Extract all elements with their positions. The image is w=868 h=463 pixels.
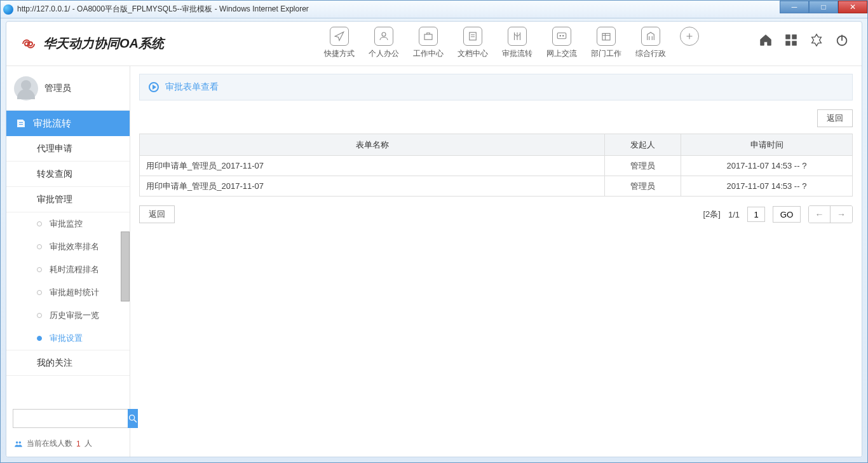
sidebar-item-follow[interactable]: 我的关注 bbox=[6, 350, 130, 376]
browser-titlebar: http://127.0.0.1/ - OA8000平台版_FPLMYSQL5-… bbox=[1, 1, 867, 18]
logo-text: 华天动力协同OA系统 bbox=[43, 35, 164, 52]
bullet-icon bbox=[37, 221, 42, 226]
search-button[interactable] bbox=[128, 409, 138, 428]
th-initiator: 发起人 bbox=[605, 134, 681, 156]
nav-dept-icon bbox=[597, 27, 616, 46]
sidebar-sub-5[interactable]: 审批设置 bbox=[6, 327, 130, 350]
form-table: 表单名称 发起人 申请时间 用印申请单_管理员_2017-11-07管理员201… bbox=[139, 134, 853, 197]
svg-point-24 bbox=[19, 441, 21, 443]
svg-rect-16 bbox=[792, 35, 796, 39]
bullet-icon bbox=[37, 290, 42, 295]
sidebar: 管理员 审批流转 代理申请转发查阅审批管理 审批监控审批效率排名耗时流程排名审批… bbox=[6, 66, 130, 457]
pager-next-button[interactable]: → bbox=[831, 206, 852, 223]
app-header: 华天动力协同OA系统 快捷方式个人办公工作中心文档中心审批流转网上交流部门工作综… bbox=[6, 22, 862, 66]
nav-docs-icon bbox=[463, 27, 482, 46]
sidebar-sub-1[interactable]: 审批效率排名 bbox=[6, 235, 130, 258]
logo: 华天动力协同OA系统 bbox=[19, 35, 164, 52]
table-row[interactable]: 用印申请单_管理员_2017-11-07管理员2017-11-07 14:53 … bbox=[140, 176, 853, 197]
user-name: 管理员 bbox=[44, 83, 71, 94]
sidebar-section-approval[interactable]: 审批流转 bbox=[6, 111, 130, 136]
window-maximize[interactable]: □ bbox=[809, 1, 838, 13]
nav-admin-icon bbox=[641, 27, 660, 46]
avatar bbox=[14, 76, 38, 100]
nav-docs[interactable]: 文档中心 bbox=[458, 27, 488, 59]
svg-rect-8 bbox=[602, 34, 610, 41]
svg-point-0 bbox=[382, 32, 386, 36]
back-button-bottom[interactable]: 返回 bbox=[139, 205, 175, 223]
home-icon[interactable] bbox=[759, 33, 773, 47]
table-row[interactable]: 用印申请单_管理员_2017-11-07管理员2017-11-07 14:53 … bbox=[140, 156, 853, 176]
svg-point-23 bbox=[16, 441, 18, 443]
back-button-top[interactable]: 返回 bbox=[817, 109, 853, 127]
pager-go-button[interactable]: GO bbox=[773, 206, 801, 223]
svg-rect-17 bbox=[786, 41, 790, 45]
user-block: 管理员 bbox=[6, 66, 130, 111]
sidebar-section-label: 审批流转 bbox=[33, 118, 71, 130]
svg-rect-15 bbox=[786, 35, 790, 39]
pager-pages: 1/1 bbox=[728, 210, 740, 219]
nav-personal[interactable]: 个人办公 bbox=[369, 27, 399, 59]
window-close[interactable]: ✕ bbox=[838, 1, 867, 13]
nav-admin[interactable]: 综合行政 bbox=[635, 27, 666, 59]
th-apply-time: 申请时间 bbox=[681, 134, 853, 156]
plus-icon bbox=[680, 27, 699, 46]
svg-point-21 bbox=[130, 415, 135, 420]
sidebar-item-2[interactable]: 审批管理 bbox=[6, 187, 130, 212]
window-title: http://127.0.0.1/ - OA8000平台版_FPLMYSQL5-… bbox=[17, 4, 309, 15]
window-minimize[interactable]: ─ bbox=[780, 1, 809, 13]
sidebar-item-0[interactable]: 代理申请 bbox=[6, 136, 130, 162]
nav-approval-icon bbox=[508, 27, 527, 46]
power-icon[interactable] bbox=[835, 33, 849, 47]
nav-approval[interactable]: 审批流转 bbox=[502, 27, 532, 59]
bullet-icon bbox=[37, 267, 42, 272]
nav-dept[interactable]: 部门工作 bbox=[591, 27, 621, 59]
theme-icon[interactable] bbox=[810, 33, 824, 47]
nav-add[interactable] bbox=[680, 27, 699, 59]
svg-point-7 bbox=[563, 36, 564, 37]
apps-icon[interactable] bbox=[784, 33, 798, 47]
main-content: 审批表单查看 返回 表单名称 发起人 申请时间 用印申请单_管理员_2017-1… bbox=[130, 66, 862, 457]
search-input[interactable] bbox=[13, 409, 128, 428]
nav-work[interactable]: 工作中心 bbox=[413, 27, 444, 59]
nav-chat[interactable]: 网上交流 bbox=[546, 27, 577, 59]
svg-line-22 bbox=[134, 420, 137, 422]
sidebar-sub-0[interactable]: 审批监控 bbox=[6, 212, 130, 235]
nav-shortcut[interactable]: 快捷方式 bbox=[324, 27, 355, 59]
nav-personal-icon bbox=[374, 27, 393, 46]
nav-work-icon bbox=[419, 27, 438, 46]
svg-rect-18 bbox=[792, 41, 796, 45]
ie-icon bbox=[3, 4, 13, 15]
sidebar-item-1[interactable]: 转发查阅 bbox=[6, 162, 130, 187]
sidebar-sub-4[interactable]: 历史审批一览 bbox=[6, 304, 130, 327]
bullet-icon bbox=[37, 313, 42, 318]
pager: [2条] 1/1 GO ← → bbox=[703, 205, 853, 223]
pager-prev-button[interactable]: ← bbox=[809, 206, 831, 223]
svg-rect-1 bbox=[424, 34, 432, 39]
nav-chat-icon bbox=[552, 27, 571, 46]
svg-rect-2 bbox=[470, 32, 477, 40]
svg-point-6 bbox=[560, 36, 561, 37]
sidebar-sub-2[interactable]: 耗时流程排名 bbox=[6, 258, 130, 281]
pager-total: [2条] bbox=[703, 209, 720, 220]
svg-rect-5 bbox=[557, 33, 566, 39]
th-form-name: 表单名称 bbox=[140, 134, 605, 156]
panel-title: 审批表单查看 bbox=[139, 74, 853, 100]
online-count: 当前在线人数 1人 bbox=[6, 434, 130, 457]
play-circle-icon bbox=[149, 82, 159, 92]
nav-shortcut-icon bbox=[330, 27, 349, 46]
logo-icon bbox=[19, 37, 38, 51]
bullet-icon bbox=[37, 244, 42, 249]
sidebar-sub-3[interactable]: 审批超时统计 bbox=[6, 281, 130, 304]
pager-input[interactable] bbox=[747, 207, 765, 222]
sidebar-scrollbar[interactable] bbox=[121, 232, 130, 301]
bullet-icon bbox=[37, 336, 42, 341]
